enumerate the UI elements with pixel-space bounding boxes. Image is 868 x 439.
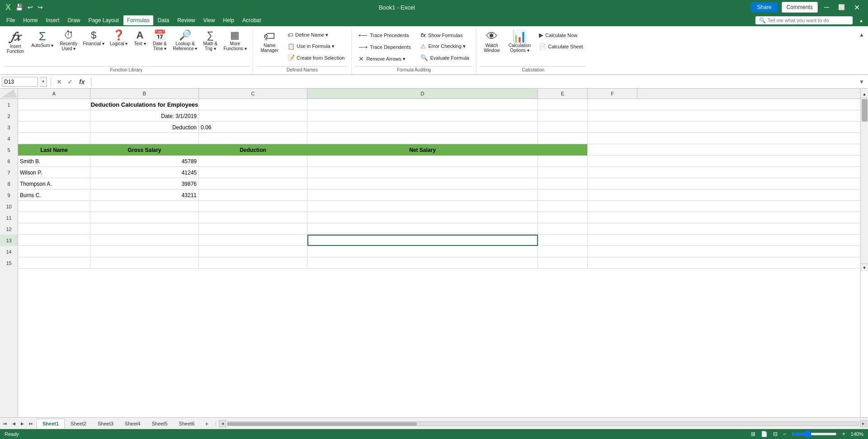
row-header[interactable]: 10 xyxy=(0,201,18,212)
cell-C15[interactable] xyxy=(199,257,307,269)
cell-F9[interactable] xyxy=(588,189,860,201)
cell-A5[interactable]: Last Name xyxy=(18,144,90,156)
show-formulas-button[interactable]: fx Show Formulas xyxy=(417,30,472,40)
row-header[interactable]: 8 xyxy=(0,178,18,189)
cell-D2[interactable] xyxy=(307,110,538,122)
scroll-right-button[interactable]: ► xyxy=(860,420,867,427)
zoom-slider[interactable] xyxy=(792,433,837,435)
cell-E9[interactable] xyxy=(538,189,588,201)
col-header-E[interactable]: E xyxy=(538,89,588,99)
evaluate-formula-button[interactable]: 🔍 Evaluate Formula xyxy=(417,52,472,63)
cell-B5[interactable]: Gross Salary xyxy=(90,144,199,156)
collapse-ribbon-icon[interactable]: ▲ xyxy=(857,17,865,24)
cell-C14[interactable] xyxy=(199,246,307,257)
view-page-layout-button[interactable]: 📄 xyxy=(761,431,768,437)
search-box-container[interactable]: 🔍 xyxy=(755,16,853,24)
cell-E14[interactable] xyxy=(538,246,588,257)
cell-F8[interactable] xyxy=(588,178,860,189)
row-header[interactable]: 15 xyxy=(0,257,18,269)
search-input[interactable] xyxy=(768,18,849,23)
cell-F1[interactable] xyxy=(588,99,860,110)
calculate-sheet-button[interactable]: 📄 Calculate Sheet xyxy=(536,41,586,52)
col-header-B[interactable]: B xyxy=(90,89,199,99)
remove-arrows-button[interactable]: ✕ Remove Arrows ▾ xyxy=(355,53,414,64)
cell-D12[interactable] xyxy=(307,223,538,235)
cell-A15[interactable] xyxy=(18,257,90,269)
cell-A11[interactable] xyxy=(18,212,90,223)
tab-nav-left2[interactable]: ◀ xyxy=(9,420,18,428)
tab-nav-left1[interactable]: ⏮ xyxy=(1,420,9,428)
sheet-tab-sheet1[interactable]: Sheet1 xyxy=(37,419,65,429)
cell-A8[interactable]: Thompson A. xyxy=(18,178,90,189)
text-button[interactable]: A Text ▾ xyxy=(131,28,149,48)
trace-precedents-button[interactable]: ⟵ Trace Precedents xyxy=(355,30,414,41)
vertical-scrollbar[interactable]: ▲ ▼ xyxy=(860,90,868,271)
cell-D5[interactable]: Net Salary xyxy=(307,144,538,156)
scroll-left-button[interactable]: ◄ xyxy=(219,420,226,427)
add-sheet-button[interactable]: + xyxy=(202,419,212,429)
cell-B4[interactable] xyxy=(90,133,199,144)
cell-D8[interactable] xyxy=(307,178,538,189)
cell-E7[interactable] xyxy=(538,167,588,178)
cell-A12[interactable] xyxy=(18,223,90,235)
col-header-F[interactable]: F xyxy=(588,89,637,99)
sheet-tab-sheet3[interactable]: Sheet3 xyxy=(92,419,119,429)
create-from-selection-button[interactable]: 📝 Create from Selection xyxy=(284,52,348,63)
cell-C2[interactable] xyxy=(199,110,307,122)
cell-D4[interactable] xyxy=(307,133,538,144)
row-header[interactable]: 9 xyxy=(0,189,18,201)
cell-B12[interactable] xyxy=(90,223,199,235)
view-normal-button[interactable]: ⊞ xyxy=(751,431,755,437)
menu-acrobat[interactable]: Acrobat xyxy=(239,15,264,25)
row-header[interactable]: 1 xyxy=(0,99,18,110)
row-header[interactable]: 12 xyxy=(0,223,18,235)
close-button[interactable]: ✕ xyxy=(851,3,863,12)
cell-F2[interactable] xyxy=(588,110,860,122)
cell-F14[interactable] xyxy=(588,246,860,257)
cell-C8[interactable] xyxy=(199,178,307,189)
cell-D14[interactable] xyxy=(307,246,538,257)
watch-window-button[interactable]: 👁 WatchWindow xyxy=(480,28,504,55)
quick-access-save[interactable]: 💾 xyxy=(15,4,23,11)
cell-C1[interactable] xyxy=(199,99,307,110)
cell-E2[interactable] xyxy=(538,110,588,122)
cell-E15[interactable] xyxy=(538,257,588,269)
cell-C13[interactable] xyxy=(199,235,307,246)
menu-page-layout[interactable]: Page Layout xyxy=(85,15,122,25)
cell-A4[interactable] xyxy=(18,133,90,144)
cell-C5[interactable]: Deduction xyxy=(199,144,307,156)
row-header[interactable]: 13 xyxy=(0,235,18,246)
cell-D1[interactable] xyxy=(307,99,538,110)
cell-B1[interactable]: Deduction Calculations for Employees xyxy=(90,99,199,110)
cell-E10[interactable] xyxy=(538,201,588,212)
cell-D9[interactable] xyxy=(307,189,538,201)
fx-icon[interactable]: fx xyxy=(76,78,87,85)
define-name-button[interactable]: 🏷 Define Name ▾ xyxy=(284,30,348,40)
cell-A14[interactable] xyxy=(18,246,90,257)
calculate-now-button[interactable]: ▶ Calculate Now xyxy=(536,30,586,40)
cell-E4[interactable] xyxy=(538,133,588,144)
cell-D7[interactable] xyxy=(307,167,538,178)
cell-E1[interactable] xyxy=(538,99,588,110)
share-button[interactable]: Share xyxy=(751,2,778,12)
date-time-button[interactable]: 📅 Date &Time ▾ xyxy=(150,28,170,53)
cell-B7[interactable]: 41245 xyxy=(90,167,199,178)
tab-nav-right2[interactable]: ⏭ xyxy=(27,420,35,428)
menu-draw[interactable]: Draw xyxy=(64,15,84,25)
cell-C4[interactable] xyxy=(199,133,307,144)
sheet-tab-sheet5[interactable]: Sheet5 xyxy=(146,419,173,429)
row-header[interactable]: 3 xyxy=(0,122,18,133)
scroll-down-arrow[interactable]: ▼ xyxy=(861,264,868,271)
cell-B13[interactable] xyxy=(90,235,199,246)
cell-D6[interactable] xyxy=(307,156,538,167)
cell-E3[interactable] xyxy=(538,122,588,133)
financial-button[interactable]: $ Financial ▾ xyxy=(80,28,107,48)
cell-E5[interactable] xyxy=(538,144,588,156)
row-header[interactable]: 7 xyxy=(0,167,18,178)
cell-D3[interactable] xyxy=(307,122,538,133)
scroll-thumb-v[interactable] xyxy=(862,99,868,122)
horizontal-scrollbar-thumb[interactable] xyxy=(227,422,417,426)
autosum-button[interactable]: Σ AutoSum ▾ xyxy=(28,28,57,50)
quick-access-redo[interactable]: ↪ xyxy=(38,4,43,11)
cell-C7[interactable] xyxy=(199,167,307,178)
